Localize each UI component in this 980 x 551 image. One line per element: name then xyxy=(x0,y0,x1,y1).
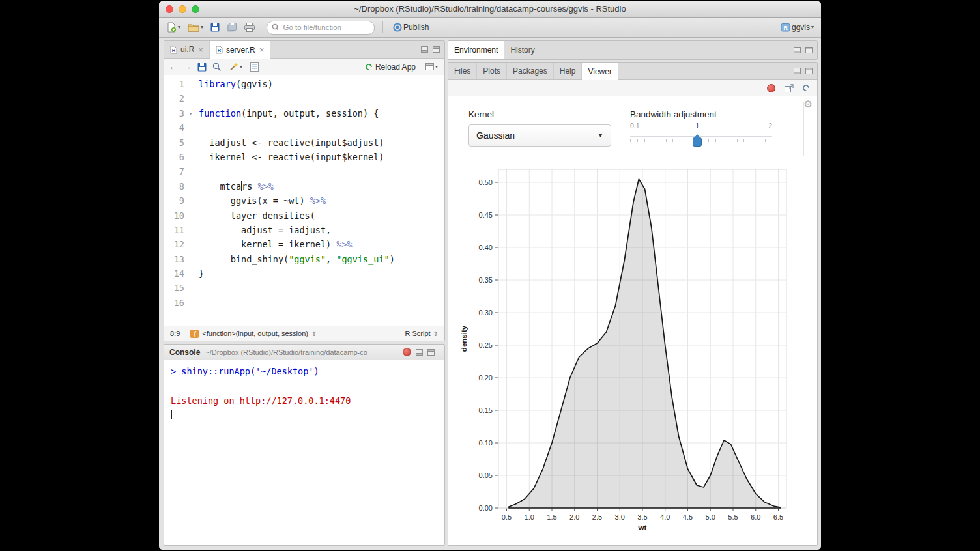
tab-server-r[interactable]: R server.R × xyxy=(210,41,270,59)
find-icon[interactable] xyxy=(212,63,221,71)
tab-history[interactable]: History xyxy=(504,41,541,59)
minimize-pane-icon[interactable] xyxy=(794,68,801,74)
minimize-pane-icon[interactable] xyxy=(416,349,423,356)
stop-app-icon[interactable] xyxy=(767,84,775,92)
goto-file-search[interactable] xyxy=(267,21,375,35)
print-button[interactable] xyxy=(242,21,257,33)
tab-environment[interactable]: Environment xyxy=(448,41,504,59)
console-line xyxy=(171,408,438,422)
traffic-lights xyxy=(166,5,199,13)
source-tabbar: R ui.R × R server.R × xyxy=(164,41,444,59)
tab-label: ui.R xyxy=(180,45,194,54)
stop-icon[interactable] xyxy=(403,348,411,356)
kernel-select[interactable]: Gaussian ▼ xyxy=(468,124,611,147)
app-controls-panel: Kernel Gaussian ▼ Bandwidth adjustment 0… xyxy=(459,102,804,156)
code-line xyxy=(199,296,395,310)
svg-text:0.45: 0.45 xyxy=(479,211,493,219)
chevron-down-icon: ▾ xyxy=(178,25,180,30)
back-button[interactable]: ← xyxy=(169,62,177,72)
slider-handle[interactable] xyxy=(693,137,702,147)
zoom-window-button[interactable] xyxy=(192,5,199,13)
svg-text:1.0: 1.0 xyxy=(525,513,534,521)
editor-toolbar: ← → ▾ Reload App ▾ xyxy=(164,59,444,76)
tab-ui-r[interactable]: R ui.R × xyxy=(164,41,210,58)
reload-app-button[interactable]: Reload App xyxy=(364,61,418,73)
tab-label: History xyxy=(510,46,534,55)
code-editor[interactable]: 123▾45678910111213141516 library(ggvis)f… xyxy=(164,75,444,326)
source-pane: R ui.R × R server.R × ← → ▾ xyxy=(164,40,445,341)
svg-text:0.40: 0.40 xyxy=(479,244,493,251)
maximize-pane-icon[interactable] xyxy=(805,47,813,53)
code-lines[interactable]: library(ggvis)function(input, output, se… xyxy=(193,75,395,326)
doc-type-selector[interactable]: R Script ⇕ xyxy=(405,330,439,337)
tab-files[interactable]: Files xyxy=(448,63,477,79)
code-line: library(ggvis) xyxy=(199,77,395,91)
bandwidth-label: Bandwidth adjustment xyxy=(630,109,773,119)
bandwidth-slider[interactable]: 0.1 1 2 xyxy=(630,122,772,149)
close-icon[interactable]: × xyxy=(198,45,203,55)
new-file-icon xyxy=(166,22,177,33)
pane-icon xyxy=(425,63,434,70)
chevron-down-icon: ▾ xyxy=(811,25,814,30)
console-pane: Console ~/Dropbox (RStudio)/RStudio/trai… xyxy=(164,344,445,546)
console-line: > shiny::runApp('~/Desktop') xyxy=(171,364,438,378)
environment-pane: Environment History xyxy=(448,40,818,60)
publish-button[interactable]: Publish xyxy=(391,21,431,33)
save-icon[interactable] xyxy=(197,63,207,72)
tab-help[interactable]: Help xyxy=(554,63,583,79)
project-menu[interactable]: R ggvis ▾ xyxy=(779,21,816,33)
maximize-pane-icon[interactable] xyxy=(427,349,435,356)
svg-text:R: R xyxy=(218,48,222,53)
open-file-button[interactable]: ▾ xyxy=(186,21,205,33)
scope-selector[interactable]: ƒ <function>(input, output, session) ⇕ xyxy=(190,330,317,338)
svg-text:0.5: 0.5 xyxy=(502,513,512,521)
save-button[interactable] xyxy=(209,21,222,33)
editor-statusbar: 8:9 ƒ <function>(input, output, session)… xyxy=(164,326,444,341)
code-line: ikernel <- reactive(input$kernel) xyxy=(199,150,395,164)
open-in-new-window-icon[interactable] xyxy=(785,84,794,92)
tab-plots[interactable]: Plots xyxy=(477,63,507,79)
kernel-label: Kernel xyxy=(468,109,612,119)
forward-button[interactable]: → xyxy=(183,62,192,72)
r-file-icon: R xyxy=(216,46,223,54)
viewer-toolbar xyxy=(448,80,817,96)
rstudio-window: ~/Dropbox (RStudio)/RStudio/training/dat… xyxy=(159,1,821,550)
kernel-selected-value: Gaussian xyxy=(476,130,515,141)
code-tools-button[interactable]: ▾ xyxy=(227,61,244,73)
code-line: function(input, output, session) { xyxy=(199,106,395,120)
tab-label: Packages xyxy=(513,66,547,76)
minimize-pane-icon[interactable] xyxy=(794,47,801,53)
slider-track[interactable] xyxy=(630,136,772,137)
svg-text:4.5: 4.5 xyxy=(683,513,693,521)
magic-wand-icon xyxy=(229,62,238,72)
minimize-pane-icon[interactable] xyxy=(421,46,428,53)
svg-text:5.5: 5.5 xyxy=(728,513,738,521)
refresh-icon[interactable] xyxy=(801,83,811,92)
tab-viewer[interactable]: Viewer xyxy=(582,63,618,80)
console-title: Console xyxy=(169,348,200,357)
minimize-window-button[interactable] xyxy=(179,5,186,13)
save-all-button[interactable] xyxy=(225,21,239,33)
console-header: Console ~/Dropbox (RStudio)/RStudio/trai… xyxy=(164,345,444,360)
select-caret-icon: ▼ xyxy=(598,132,603,139)
maximize-pane-icon[interactable] xyxy=(433,46,440,53)
console-output[interactable]: > shiny::runApp('~/Desktop')Listening on… xyxy=(164,360,444,427)
close-window-button[interactable] xyxy=(166,5,173,13)
new-file-button[interactable]: ▾ xyxy=(164,21,182,34)
gear-icon[interactable]: ⚙ xyxy=(804,98,813,110)
code-line: } xyxy=(199,266,395,281)
code-line xyxy=(199,91,395,106)
tab-label: Help xyxy=(560,66,576,76)
run-options-button[interactable]: ▾ xyxy=(424,62,440,72)
tab-packages[interactable]: Packages xyxy=(507,63,554,79)
maximize-pane-icon[interactable] xyxy=(805,68,813,74)
search-icon xyxy=(272,23,278,31)
goto-file-input[interactable] xyxy=(281,23,369,32)
close-icon[interactable]: × xyxy=(259,45,265,55)
chevron-down-icon: ▾ xyxy=(435,64,438,70)
chevron-down-icon: ▾ xyxy=(201,25,203,30)
compile-report-icon[interactable] xyxy=(250,62,259,72)
slider-min-label: 0.1 xyxy=(630,122,640,130)
code-line xyxy=(199,164,395,178)
save-icon xyxy=(210,23,220,32)
